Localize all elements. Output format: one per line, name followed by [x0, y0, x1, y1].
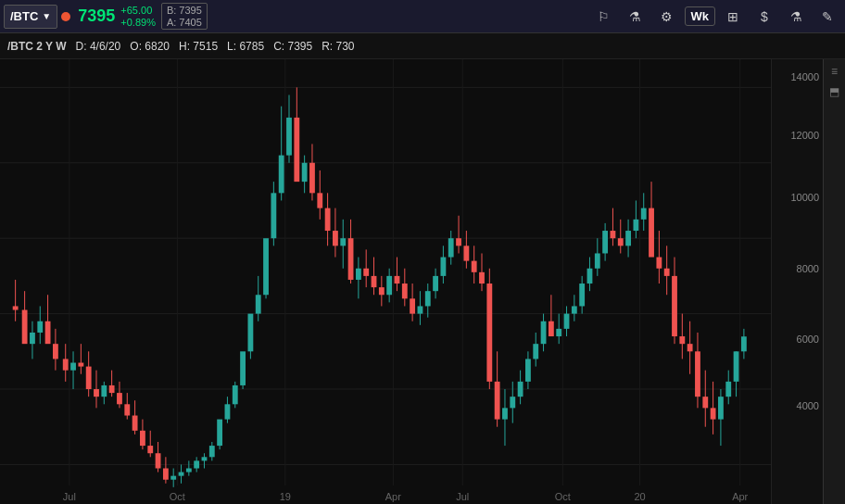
period-selector[interactable]: Wk — [685, 6, 716, 26]
chart-alert-button[interactable]: ⚐ — [590, 4, 618, 30]
ask-price: A: 7405 — [167, 17, 202, 28]
info-low: L: 6785 — [227, 40, 264, 53]
info-high: H: 7515 — [179, 40, 218, 53]
info-bar: /BTC 2 Y W D: 4/6/20 O: 6820 H: 7515 L: … — [0, 33, 845, 59]
info-date: D: 4/6/20 — [76, 40, 121, 53]
y-axis-label: 8000 — [797, 263, 819, 274]
compare-button[interactable]: $ — [750, 4, 778, 30]
settings-button[interactable]: ⚙ — [653, 4, 681, 30]
price-change-pct: +0.89% — [120, 17, 156, 28]
chart-type-button[interactable]: ⊞ — [719, 4, 747, 30]
info-range: R: 730 — [322, 40, 354, 53]
y-axis: 140001200010000800060004000 — [771, 59, 823, 504]
sidebar-icon-2[interactable]: ⬒ — [829, 85, 839, 98]
main-toolbar: /BTC ▼ 7395 +65.00 +0.89% B: 7395 A: 740… — [0, 0, 845, 33]
y-axis-label: 14000 — [790, 71, 819, 82]
y-axis-label: 12000 — [790, 130, 819, 141]
info-close: C: 7395 — [273, 40, 312, 53]
sidebar-icon-1[interactable]: ≡ — [831, 65, 838, 78]
price-change-abs: +65.00 — [120, 5, 156, 16]
symbol-selector[interactable]: /BTC ▼ — [4, 5, 57, 29]
current-price: 7395 — [78, 6, 115, 26]
right-sidebar: ≡ ⬒ — [823, 59, 845, 504]
chart-container: 140001200010000800060004000 ≡ ⬒ — [0, 59, 845, 504]
y-axis-label: 10000 — [790, 192, 819, 203]
candlestick-chart[interactable] — [0, 59, 771, 504]
drawings-button[interactable]: ✎ — [813, 4, 841, 30]
studies-button[interactable]: ⚗ — [622, 4, 650, 30]
chart-main[interactable] — [0, 59, 771, 504]
bid-price: B: 7395 — [167, 5, 202, 16]
studies-button2[interactable]: ⚗ — [782, 4, 810, 30]
symbol-dropdown-icon: ▼ — [42, 11, 51, 21]
y-axis-label: 6000 — [797, 334, 819, 345]
price-change: +65.00 +0.89% — [120, 5, 156, 27]
info-open: O: 6820 — [130, 40, 170, 53]
bid-ask-display: B: 7395 A: 7405 — [161, 3, 208, 29]
y-axis-label: 4000 — [797, 400, 819, 411]
symbol-text: /BTC — [10, 9, 38, 23]
status-indicator — [61, 12, 70, 21]
chart-symbol: /BTC 2 Y W — [7, 40, 67, 53]
price-display: 7395 +65.00 +0.89% B: 7395 A: 7405 — [78, 3, 208, 29]
